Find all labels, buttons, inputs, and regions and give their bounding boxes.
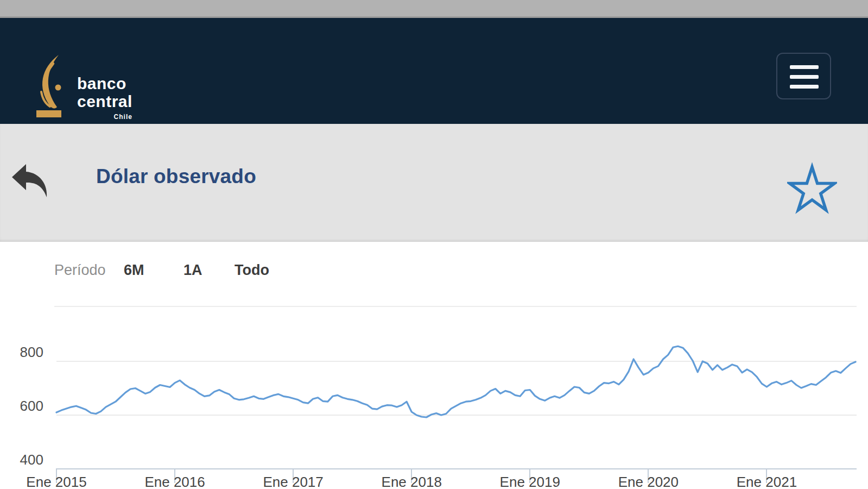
- x-axis-label: Ene 2015: [18, 474, 94, 489]
- logo-line-2: central: [77, 92, 132, 110]
- period-option-1a[interactable]: 1A: [183, 262, 202, 279]
- x-axis-line: [56, 468, 857, 469]
- period-option-todo[interactable]: Todo: [235, 262, 269, 279]
- star-icon: [787, 161, 837, 215]
- back-arrow-icon: [10, 162, 53, 200]
- logo-line-1: banco: [77, 74, 126, 92]
- page-title: Dólar observado: [96, 165, 256, 188]
- banco-central-logo: banco central Chile: [34, 54, 132, 120]
- period-selector: Período 6M 1A Todo: [0, 260, 868, 284]
- y-axis-label: 600: [18, 398, 43, 415]
- gridline: [56, 361, 857, 362]
- x-axis-label: Ene 2019: [492, 474, 568, 489]
- logo-wordmark: banco central Chile: [77, 74, 132, 120]
- period-label: Período: [54, 262, 106, 279]
- favorite-button[interactable]: [785, 159, 839, 218]
- app-screen: banco central Chile Dólar observado Perí…: [0, 0, 868, 489]
- menu-button[interactable]: [776, 53, 831, 99]
- logo-line-3: Chile: [77, 114, 132, 120]
- gridline: [56, 415, 857, 416]
- logo-crescent-icon: [34, 54, 65, 120]
- hamburger-icon: [790, 65, 819, 89]
- x-axis-label: Ene 2017: [255, 474, 331, 489]
- back-button[interactable]: [9, 161, 54, 202]
- x-axis-label: Ene 2016: [137, 474, 213, 489]
- app-header: banco central Chile: [0, 18, 868, 124]
- period-option-6m[interactable]: 6M: [124, 262, 144, 279]
- dollar-observado-chart: 800600400Ene 2015Ene 2016Ene 2017Ene 201…: [0, 304, 868, 489]
- x-axis-label: Ene 2020: [610, 474, 686, 489]
- y-axis-label: 800: [18, 344, 43, 361]
- status-bar: [0, 0, 868, 18]
- x-axis-label: Ene 2018: [373, 474, 449, 489]
- y-axis-label: 400: [18, 452, 43, 468]
- x-axis-label: Ene 2021: [728, 474, 804, 489]
- title-bar: Dólar observado: [0, 124, 868, 242]
